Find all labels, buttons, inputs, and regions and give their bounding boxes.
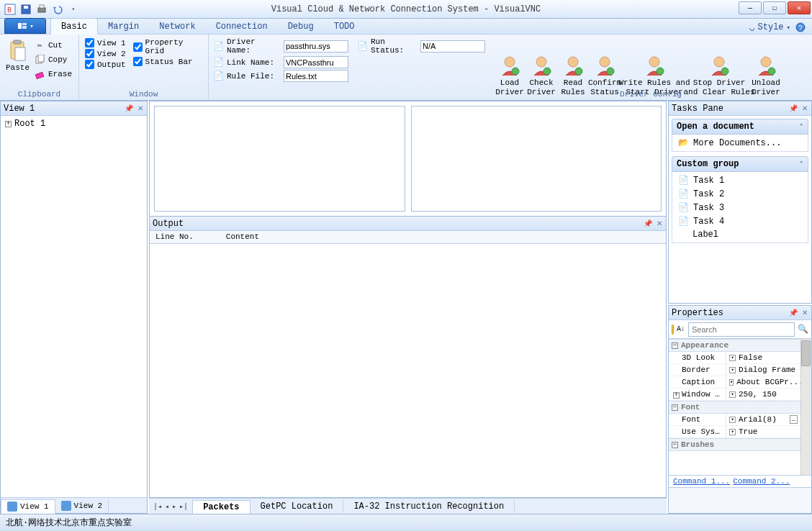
pin-icon[interactable]: 📌	[124, 104, 134, 114]
collapse-icon[interactable]: −	[672, 404, 678, 411]
close-icon[interactable]: ✕	[800, 104, 810, 114]
col-content[interactable]: Content	[223, 231, 289, 243]
pin-icon[interactable]: 📌	[643, 219, 653, 229]
task-3[interactable]: 📄Task 3	[672, 201, 808, 214]
tab-todo[interactable]: TODO	[324, 19, 365, 34]
dropdown-icon[interactable]: ▾	[729, 367, 736, 373]
task-group-custom[interactable]: Custom group˄	[672, 156, 808, 172]
svg-point-23	[575, 68, 582, 75]
properties-grid[interactable]: −Appearance 3D Look▾False Border▾Dialog …	[669, 339, 811, 475]
run-status-label: Run Status:	[371, 37, 418, 55]
view1-pane-title: View 1	[4, 104, 35, 114]
chevron-down-icon: ▾	[787, 24, 790, 32]
close-button[interactable]: ✕	[788, 1, 811, 14]
tab-network[interactable]: Network	[149, 19, 205, 34]
col-line-no[interactable]: Line No.	[153, 231, 223, 243]
user-icon	[561, 54, 585, 77]
sort-az-icon[interactable]: A↓	[677, 325, 685, 333]
erase-icon	[34, 68, 45, 80]
close-icon[interactable]: ✕	[135, 104, 145, 114]
user-icon	[593, 54, 616, 77]
tab-connection[interactable]: Connection	[206, 19, 278, 34]
minimize-button[interactable]: —	[739, 1, 762, 14]
maximize-button[interactable]: ☐	[763, 1, 786, 14]
svg-point-22	[568, 57, 578, 67]
left-tab-view1[interactable]: View 1	[1, 499, 55, 514]
prop-font-val[interactable]: Arial(8)	[739, 415, 777, 424]
tab-nav-arrows[interactable]: |◂◂▸▸|	[149, 502, 192, 511]
qat-dropdown-icon[interactable]: ▾	[66, 2, 81, 17]
search-icon[interactable]: 🔍	[798, 324, 808, 335]
output-body[interactable]	[150, 244, 666, 497]
doc-icon: 📄	[213, 40, 224, 52]
tab-getpc[interactable]: GetPC Location	[251, 500, 344, 513]
browse-button[interactable]: …	[790, 415, 798, 424]
window-title: Visual Cloud & Network Connection System…	[0, 4, 812, 14]
dropdown-icon[interactable]: ▾	[729, 429, 736, 435]
command-1-link[interactable]: Command 1...	[673, 477, 730, 486]
tree-root-item[interactable]: +Root 1	[5, 119, 143, 129]
expand-icon[interactable]: +	[5, 121, 12, 127]
collapse-icon[interactable]: −	[672, 442, 678, 448]
scrollbar-thumb[interactable]	[801, 340, 811, 366]
prop-usesys-val[interactable]: True	[739, 427, 757, 436]
command-2-link[interactable]: Command 2...	[733, 477, 790, 486]
help-icon[interactable]: ?	[793, 20, 808, 35]
driver-name-input[interactable]	[284, 40, 348, 53]
prop-cat-appearance[interactable]: −Appearance	[669, 339, 800, 352]
link-name-input[interactable]	[284, 56, 348, 68]
app-menu-button[interactable]: ▾	[4, 18, 46, 34]
task-group-open-doc[interactable]: Open a document˄	[672, 119, 808, 135]
rule-file-input[interactable]	[284, 70, 348, 82]
tab-margin[interactable]: Margin	[98, 19, 149, 34]
dropdown-icon[interactable]: ▾	[729, 355, 736, 361]
check-view2[interactable]: View 2	[84, 48, 127, 59]
check-property-grid[interactable]: Property Grid	[132, 37, 204, 56]
left-tab-view2[interactable]: View 2	[55, 499, 109, 512]
dropdown-icon[interactable]: ▾	[729, 417, 736, 423]
collapse-icon[interactable]: −	[672, 342, 678, 349]
prop-cat-font[interactable]: −Font	[669, 401, 800, 414]
properties-commands: Command 1...Command 2...	[669, 475, 811, 487]
svg-point-19	[512, 68, 519, 75]
prop-caption-val[interactable]: About BCGPr...	[736, 378, 800, 386]
qat-save-icon[interactable]	[19, 2, 33, 17]
qat-undo-icon[interactable]	[50, 2, 65, 17]
tab-debug[interactable]: Debug	[278, 19, 324, 34]
dropdown-icon[interactable]: ▾	[729, 379, 734, 386]
prop-cat-brushes[interactable]: −Brushes	[669, 438, 800, 451]
tab-packets[interactable]: Packets	[192, 500, 250, 514]
properties-scrollbar[interactable]	[800, 339, 811, 475]
close-icon[interactable]: ✕	[654, 219, 664, 229]
close-icon[interactable]: ✕	[800, 308, 810, 318]
pin-icon[interactable]: 📌	[788, 308, 798, 318]
tab-ia32[interactable]: IA-32 Instruction Recognition	[343, 500, 515, 513]
task-more-documents[interactable]: 📂More Documents...	[672, 136, 808, 150]
paste-button[interactable]: Paste	[4, 37, 31, 81]
properties-search-input[interactable]	[688, 322, 795, 337]
pin-icon[interactable]: 📌	[788, 104, 798, 114]
workspace-box-2[interactable]	[411, 106, 662, 212]
prop-3dlook-val[interactable]: False	[739, 353, 762, 362]
check-view1[interactable]: View 1	[84, 37, 127, 48]
erase-button[interactable]: Erase	[31, 68, 75, 81]
expand-icon[interactable]: +	[673, 392, 680, 399]
prop-windowsize-val[interactable]: 250, 150	[739, 390, 777, 399]
task-2[interactable]: 📄Task 2	[672, 187, 808, 201]
run-status-input[interactable]	[420, 40, 485, 53]
workspace-box-1[interactable]	[154, 106, 405, 212]
tree-view[interactable]: +Root 1	[1, 116, 147, 497]
qat-print-icon[interactable]	[35, 2, 49, 17]
tab-basic[interactable]: Basic	[50, 18, 98, 35]
check-status-bar[interactable]: Status Bar	[132, 56, 204, 67]
copy-button[interactable]: Copy	[31, 53, 75, 66]
dropdown-icon[interactable]: ▾	[729, 391, 736, 398]
check-output[interactable]: Output	[84, 59, 127, 70]
task-4[interactable]: 📄Task 4	[672, 214, 808, 228]
svg-point-21	[543, 68, 551, 75]
cut-button[interactable]: ✂Cut	[31, 39, 75, 52]
task-1[interactable]: 📄Task 1	[672, 173, 808, 187]
style-menu[interactable]: Style	[758, 22, 784, 32]
categorized-icon[interactable]	[672, 324, 674, 335]
prop-border-val[interactable]: Dialog Frame	[739, 366, 795, 374]
